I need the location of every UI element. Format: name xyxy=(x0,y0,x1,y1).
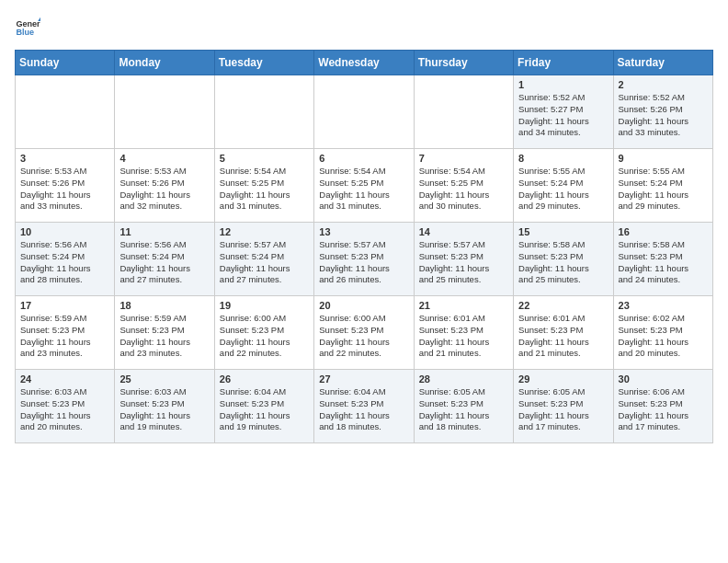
day-number: 9 xyxy=(619,153,708,164)
day-info: Sunrise: 5:56 AM Sunset: 5:24 PM Dayligh… xyxy=(119,239,209,286)
day-number: 6 xyxy=(319,153,408,164)
calendar-day-cell: 6Sunrise: 5:54 AM Sunset: 5:25 PM Daylig… xyxy=(314,149,414,223)
day-number: 4 xyxy=(119,153,209,164)
calendar-day-cell: 23Sunrise: 6:02 AM Sunset: 5:23 PM Dayli… xyxy=(613,296,712,370)
day-number: 26 xyxy=(220,373,309,385)
day-number: 13 xyxy=(319,226,408,237)
day-info: Sunrise: 5:55 AM Sunset: 5:24 PM Dayligh… xyxy=(619,166,708,213)
day-number: 7 xyxy=(419,153,508,164)
calendar-day-cell xyxy=(115,75,214,149)
day-info: Sunrise: 6:02 AM Sunset: 5:23 PM Dayligh… xyxy=(619,313,708,360)
calendar-day-cell: 21Sunrise: 6:01 AM Sunset: 5:23 PM Dayli… xyxy=(414,296,513,370)
day-info: Sunrise: 5:52 AM Sunset: 5:27 PM Dayligh… xyxy=(518,92,608,139)
calendar-day-cell: 29Sunrise: 6:05 AM Sunset: 5:23 PM Dayli… xyxy=(514,370,613,443)
calendar-day-cell: 14Sunrise: 5:57 AM Sunset: 5:23 PM Dayli… xyxy=(414,223,513,296)
calendar-week-row: 17Sunrise: 5:59 AM Sunset: 5:23 PM Dayli… xyxy=(16,296,713,370)
day-info: Sunrise: 6:01 AM Sunset: 5:23 PM Dayligh… xyxy=(419,313,508,360)
calendar-day-cell: 8Sunrise: 5:55 AM Sunset: 5:24 PM Daylig… xyxy=(514,149,613,223)
calendar-week-row: 10Sunrise: 5:56 AM Sunset: 5:24 PM Dayli… xyxy=(16,223,713,296)
day-number: 12 xyxy=(220,226,309,237)
day-info: Sunrise: 6:06 AM Sunset: 5:23 PM Dayligh… xyxy=(619,386,708,433)
day-number: 23 xyxy=(619,300,708,311)
day-number: 15 xyxy=(518,226,608,237)
weekday-header: Wednesday xyxy=(314,51,414,75)
day-number: 11 xyxy=(119,226,209,237)
day-info: Sunrise: 5:54 AM Sunset: 5:25 PM Dayligh… xyxy=(419,166,508,213)
day-number: 3 xyxy=(20,153,109,164)
day-info: Sunrise: 6:00 AM Sunset: 5:23 PM Dayligh… xyxy=(319,313,408,360)
day-info: Sunrise: 6:04 AM Sunset: 5:23 PM Dayligh… xyxy=(220,386,309,433)
day-number: 24 xyxy=(20,373,109,385)
day-number: 10 xyxy=(20,226,109,237)
day-info: Sunrise: 5:57 AM Sunset: 5:23 PM Dayligh… xyxy=(419,239,508,286)
page-header: General Blue xyxy=(15,15,713,40)
day-number: 30 xyxy=(619,373,708,385)
day-number: 17 xyxy=(20,300,109,311)
day-info: Sunrise: 6:04 AM Sunset: 5:23 PM Dayligh… xyxy=(319,386,408,433)
calendar-day-cell: 3Sunrise: 5:53 AM Sunset: 5:26 PM Daylig… xyxy=(16,149,115,223)
day-number: 14 xyxy=(419,226,508,237)
weekday-header: Monday xyxy=(115,51,214,75)
day-number: 2 xyxy=(619,79,708,90)
calendar-day-cell: 12Sunrise: 5:57 AM Sunset: 5:24 PM Dayli… xyxy=(214,223,313,296)
calendar-day-cell xyxy=(214,75,313,149)
weekday-header: Sunday xyxy=(16,51,115,75)
weekday-header: Tuesday xyxy=(214,51,313,75)
day-number: 20 xyxy=(319,300,408,311)
calendar-week-row: 1Sunrise: 5:52 AM Sunset: 5:27 PM Daylig… xyxy=(16,75,713,149)
day-info: Sunrise: 5:52 AM Sunset: 5:26 PM Dayligh… xyxy=(619,92,708,139)
calendar-day-cell: 17Sunrise: 5:59 AM Sunset: 5:23 PM Dayli… xyxy=(16,296,115,370)
calendar-day-cell: 22Sunrise: 6:01 AM Sunset: 5:23 PM Dayli… xyxy=(514,296,613,370)
day-info: Sunrise: 5:55 AM Sunset: 5:24 PM Dayligh… xyxy=(518,166,608,213)
weekday-header: Friday xyxy=(514,51,613,75)
day-number: 16 xyxy=(619,226,708,237)
day-info: Sunrise: 5:59 AM Sunset: 5:23 PM Dayligh… xyxy=(119,313,209,360)
day-number: 22 xyxy=(518,300,608,311)
weekday-header: Thursday xyxy=(414,51,513,75)
calendar-day-cell: 1Sunrise: 5:52 AM Sunset: 5:27 PM Daylig… xyxy=(514,75,613,149)
calendar-day-cell xyxy=(16,75,115,149)
day-number: 25 xyxy=(119,373,209,385)
calendar-day-cell: 11Sunrise: 5:56 AM Sunset: 5:24 PM Dayli… xyxy=(115,223,214,296)
day-info: Sunrise: 6:03 AM Sunset: 5:23 PM Dayligh… xyxy=(20,386,109,433)
calendar-day-cell: 28Sunrise: 6:05 AM Sunset: 5:23 PM Dayli… xyxy=(414,370,513,443)
day-number: 8 xyxy=(518,153,608,164)
calendar-day-cell: 4Sunrise: 5:53 AM Sunset: 5:26 PM Daylig… xyxy=(115,149,214,223)
logo: General Blue xyxy=(15,15,44,40)
day-info: Sunrise: 5:58 AM Sunset: 5:23 PM Dayligh… xyxy=(518,239,608,286)
calendar-day-cell xyxy=(314,75,414,149)
day-info: Sunrise: 6:01 AM Sunset: 5:23 PM Dayligh… xyxy=(518,313,608,360)
day-info: Sunrise: 6:05 AM Sunset: 5:23 PM Dayligh… xyxy=(518,386,608,433)
calendar-day-cell: 30Sunrise: 6:06 AM Sunset: 5:23 PM Dayli… xyxy=(613,370,712,443)
day-number: 28 xyxy=(419,373,508,385)
calendar-day-cell: 26Sunrise: 6:04 AM Sunset: 5:23 PM Dayli… xyxy=(214,370,313,443)
day-info: Sunrise: 6:03 AM Sunset: 5:23 PM Dayligh… xyxy=(119,386,209,433)
weekday-header: Saturday xyxy=(613,51,712,75)
day-info: Sunrise: 5:56 AM Sunset: 5:24 PM Dayligh… xyxy=(20,239,109,286)
calendar-day-cell: 2Sunrise: 5:52 AM Sunset: 5:26 PM Daylig… xyxy=(613,75,712,149)
calendar-day-cell: 16Sunrise: 5:58 AM Sunset: 5:23 PM Dayli… xyxy=(613,223,712,296)
calendar-day-cell: 24Sunrise: 6:03 AM Sunset: 5:23 PM Dayli… xyxy=(16,370,115,443)
calendar-week-row: 3Sunrise: 5:53 AM Sunset: 5:26 PM Daylig… xyxy=(16,149,713,223)
weekday-header-row: SundayMondayTuesdayWednesdayThursdayFrid… xyxy=(16,51,713,75)
calendar-week-row: 24Sunrise: 6:03 AM Sunset: 5:23 PM Dayli… xyxy=(16,370,713,443)
logo-icon: General Blue xyxy=(15,15,40,40)
day-info: Sunrise: 6:00 AM Sunset: 5:23 PM Dayligh… xyxy=(220,313,309,360)
calendar-day-cell: 20Sunrise: 6:00 AM Sunset: 5:23 PM Dayli… xyxy=(314,296,414,370)
calendar-day-cell: 19Sunrise: 6:00 AM Sunset: 5:23 PM Dayli… xyxy=(214,296,313,370)
day-info: Sunrise: 5:54 AM Sunset: 5:25 PM Dayligh… xyxy=(319,166,408,213)
calendar-day-cell xyxy=(414,75,513,149)
day-number: 19 xyxy=(220,300,309,311)
day-info: Sunrise: 5:53 AM Sunset: 5:26 PM Dayligh… xyxy=(20,166,109,213)
calendar-day-cell: 10Sunrise: 5:56 AM Sunset: 5:24 PM Dayli… xyxy=(16,223,115,296)
day-info: Sunrise: 5:57 AM Sunset: 5:23 PM Dayligh… xyxy=(319,239,408,286)
day-number: 29 xyxy=(518,373,608,385)
day-info: Sunrise: 5:54 AM Sunset: 5:25 PM Dayligh… xyxy=(220,166,309,213)
day-number: 1 xyxy=(518,79,608,90)
day-number: 21 xyxy=(419,300,508,311)
day-number: 18 xyxy=(119,300,209,311)
day-number: 5 xyxy=(220,153,309,164)
calendar-day-cell: 5Sunrise: 5:54 AM Sunset: 5:25 PM Daylig… xyxy=(214,149,313,223)
svg-text:Blue: Blue xyxy=(16,28,34,37)
day-info: Sunrise: 5:58 AM Sunset: 5:23 PM Dayligh… xyxy=(619,239,708,286)
